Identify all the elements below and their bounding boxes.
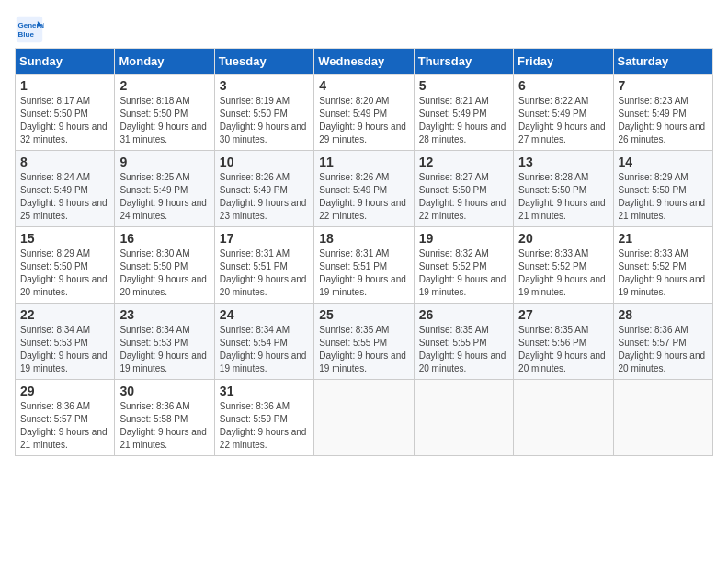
calendar-cell: 17 Sunrise: 8:31 AM Sunset: 5:51 PM Dayl… (214, 227, 313, 304)
calendar-cell: 22 Sunrise: 8:34 AM Sunset: 5:53 PM Dayl… (16, 304, 115, 380)
day-number: 26 (419, 307, 508, 322)
day-info: Sunrise: 8:32 AM Sunset: 5:52 PM Dayligh… (419, 247, 508, 299)
day-info: Sunrise: 8:28 AM Sunset: 5:50 PM Dayligh… (518, 171, 608, 223)
calendar-week-5: 29 Sunrise: 8:36 AM Sunset: 5:57 PM Dayl… (16, 380, 713, 456)
weekday-header-friday: Friday (514, 49, 613, 75)
weekday-header-tuesday: Tuesday (214, 49, 313, 75)
calendar-cell: 28 Sunrise: 8:36 AM Sunset: 5:57 PM Dayl… (613, 304, 712, 380)
day-info: Sunrise: 8:19 AM Sunset: 5:50 PM Dayligh… (220, 95, 309, 146)
day-info: Sunrise: 8:34 AM Sunset: 5:54 PM Dayligh… (220, 324, 309, 375)
day-number: 19 (419, 231, 508, 246)
day-info: Sunrise: 8:22 AM Sunset: 5:49 PM Dayligh… (518, 95, 608, 146)
day-info: Sunrise: 8:27 AM Sunset: 5:50 PM Dayligh… (419, 171, 508, 223)
day-info: Sunrise: 8:26 AM Sunset: 5:49 PM Dayligh… (220, 171, 309, 223)
calendar-cell: 26 Sunrise: 8:35 AM Sunset: 5:55 PM Dayl… (414, 304, 513, 380)
day-info: Sunrise: 8:36 AM Sunset: 5:57 PM Dayligh… (20, 400, 109, 452)
day-info: Sunrise: 8:23 AM Sunset: 5:49 PM Dayligh… (619, 95, 708, 146)
day-info: Sunrise: 8:31 AM Sunset: 5:51 PM Dayligh… (319, 247, 408, 299)
calendar-cell: 30 Sunrise: 8:36 AM Sunset: 5:58 PM Dayl… (115, 380, 214, 456)
day-info: Sunrise: 8:36 AM Sunset: 5:58 PM Dayligh… (119, 400, 209, 452)
calendar-cell: 16 Sunrise: 8:30 AM Sunset: 5:50 PM Dayl… (115, 227, 214, 304)
calendar-cell: 13 Sunrise: 8:28 AM Sunset: 5:50 PM Dayl… (514, 151, 613, 227)
day-info: Sunrise: 8:35 AM Sunset: 5:55 PM Dayligh… (419, 324, 508, 375)
calendar-cell (414, 380, 513, 456)
day-info: Sunrise: 8:25 AM Sunset: 5:49 PM Dayligh… (119, 171, 209, 223)
day-number: 12 (419, 155, 508, 169)
day-info: Sunrise: 8:36 AM Sunset: 5:59 PM Dayligh… (220, 400, 309, 452)
svg-text:Blue: Blue (18, 30, 35, 39)
day-number: 3 (220, 78, 309, 93)
day-number: 20 (518, 231, 608, 246)
day-number: 2 (119, 78, 209, 93)
day-info: Sunrise: 8:35 AM Sunset: 5:56 PM Dayligh… (518, 324, 608, 375)
weekday-header-monday: Monday (115, 49, 214, 75)
page-header: General Blue (15, 15, 713, 44)
calendar-cell: 2 Sunrise: 8:18 AM Sunset: 5:50 PM Dayli… (115, 75, 214, 151)
calendar-table: SundayMondayTuesdayWednesdayThursdayFrid… (15, 48, 713, 456)
logo: General Blue (15, 15, 48, 44)
calendar-cell: 18 Sunrise: 8:31 AM Sunset: 5:51 PM Dayl… (314, 227, 414, 304)
calendar-cell: 21 Sunrise: 8:33 AM Sunset: 5:52 PM Dayl… (613, 227, 712, 304)
calendar-cell: 1 Sunrise: 8:17 AM Sunset: 5:50 PM Dayli… (16, 75, 115, 151)
day-number: 13 (518, 155, 608, 169)
day-info: Sunrise: 8:24 AM Sunset: 5:49 PM Dayligh… (20, 171, 109, 223)
day-number: 29 (20, 384, 109, 398)
day-info: Sunrise: 8:33 AM Sunset: 5:52 PM Dayligh… (518, 247, 608, 299)
logo-icon: General Blue (15, 15, 44, 44)
day-number: 8 (20, 155, 109, 169)
calendar-cell: 29 Sunrise: 8:36 AM Sunset: 5:57 PM Dayl… (16, 380, 115, 456)
calendar-cell: 15 Sunrise: 8:29 AM Sunset: 5:50 PM Dayl… (16, 227, 115, 304)
day-number: 6 (518, 78, 608, 93)
day-number: 24 (220, 307, 309, 322)
calendar-cell: 10 Sunrise: 8:26 AM Sunset: 5:49 PM Dayl… (214, 151, 313, 227)
calendar-cell: 4 Sunrise: 8:20 AM Sunset: 5:49 PM Dayli… (314, 75, 414, 151)
weekday-header-saturday: Saturday (613, 49, 712, 75)
day-info: Sunrise: 8:17 AM Sunset: 5:50 PM Dayligh… (20, 95, 109, 146)
calendar-week-1: 1 Sunrise: 8:17 AM Sunset: 5:50 PM Dayli… (16, 75, 713, 151)
calendar-cell: 6 Sunrise: 8:22 AM Sunset: 5:49 PM Dayli… (514, 75, 613, 151)
calendar-cell: 25 Sunrise: 8:35 AM Sunset: 5:55 PM Dayl… (314, 304, 414, 380)
day-info: Sunrise: 8:29 AM Sunset: 5:50 PM Dayligh… (20, 247, 109, 299)
calendar-cell: 5 Sunrise: 8:21 AM Sunset: 5:49 PM Dayli… (414, 75, 513, 151)
calendar-week-2: 8 Sunrise: 8:24 AM Sunset: 5:49 PM Dayli… (16, 151, 713, 227)
day-info: Sunrise: 8:33 AM Sunset: 5:52 PM Dayligh… (619, 247, 708, 299)
day-number: 15 (20, 231, 109, 246)
calendar-week-3: 15 Sunrise: 8:29 AM Sunset: 5:50 PM Dayl… (16, 227, 713, 304)
calendar-week-4: 22 Sunrise: 8:34 AM Sunset: 5:53 PM Dayl… (16, 304, 713, 380)
weekday-header-wednesday: Wednesday (314, 49, 414, 75)
day-info: Sunrise: 8:29 AM Sunset: 5:50 PM Dayligh… (619, 171, 708, 223)
day-info: Sunrise: 8:26 AM Sunset: 5:49 PM Dayligh… (319, 171, 408, 223)
day-info: Sunrise: 8:30 AM Sunset: 5:50 PM Dayligh… (119, 247, 209, 299)
calendar-cell: 11 Sunrise: 8:26 AM Sunset: 5:49 PM Dayl… (314, 151, 414, 227)
calendar-cell: 3 Sunrise: 8:19 AM Sunset: 5:50 PM Dayli… (214, 75, 313, 151)
calendar-cell: 24 Sunrise: 8:34 AM Sunset: 5:54 PM Dayl… (214, 304, 313, 380)
day-number: 11 (319, 155, 408, 169)
calendar-header-row: SundayMondayTuesdayWednesdayThursdayFrid… (16, 49, 713, 75)
day-number: 28 (619, 307, 708, 322)
day-number: 5 (419, 78, 508, 93)
day-number: 25 (319, 307, 408, 322)
day-number: 21 (619, 231, 708, 246)
day-number: 7 (619, 78, 708, 93)
calendar-cell: 23 Sunrise: 8:34 AM Sunset: 5:53 PM Dayl… (115, 304, 214, 380)
calendar-cell: 19 Sunrise: 8:32 AM Sunset: 5:52 PM Dayl… (414, 227, 513, 304)
calendar-cell: 31 Sunrise: 8:36 AM Sunset: 5:59 PM Dayl… (214, 380, 313, 456)
day-number: 23 (119, 307, 209, 322)
calendar-cell: 27 Sunrise: 8:35 AM Sunset: 5:56 PM Dayl… (514, 304, 613, 380)
day-number: 16 (119, 231, 209, 246)
day-info: Sunrise: 8:36 AM Sunset: 5:57 PM Dayligh… (619, 324, 708, 375)
day-number: 18 (319, 231, 408, 246)
day-number: 9 (119, 155, 209, 169)
day-number: 27 (518, 307, 608, 322)
calendar-cell: 14 Sunrise: 8:29 AM Sunset: 5:50 PM Dayl… (613, 151, 712, 227)
day-info: Sunrise: 8:35 AM Sunset: 5:55 PM Dayligh… (319, 324, 408, 375)
day-info: Sunrise: 8:34 AM Sunset: 5:53 PM Dayligh… (119, 324, 209, 375)
day-number: 10 (220, 155, 309, 169)
day-info: Sunrise: 8:34 AM Sunset: 5:53 PM Dayligh… (20, 324, 109, 375)
calendar-cell (514, 380, 613, 456)
day-info: Sunrise: 8:18 AM Sunset: 5:50 PM Dayligh… (119, 95, 209, 146)
calendar-cell: 20 Sunrise: 8:33 AM Sunset: 5:52 PM Dayl… (514, 227, 613, 304)
day-info: Sunrise: 8:21 AM Sunset: 5:49 PM Dayligh… (419, 95, 508, 146)
day-number: 14 (619, 155, 708, 169)
day-number: 17 (220, 231, 309, 246)
